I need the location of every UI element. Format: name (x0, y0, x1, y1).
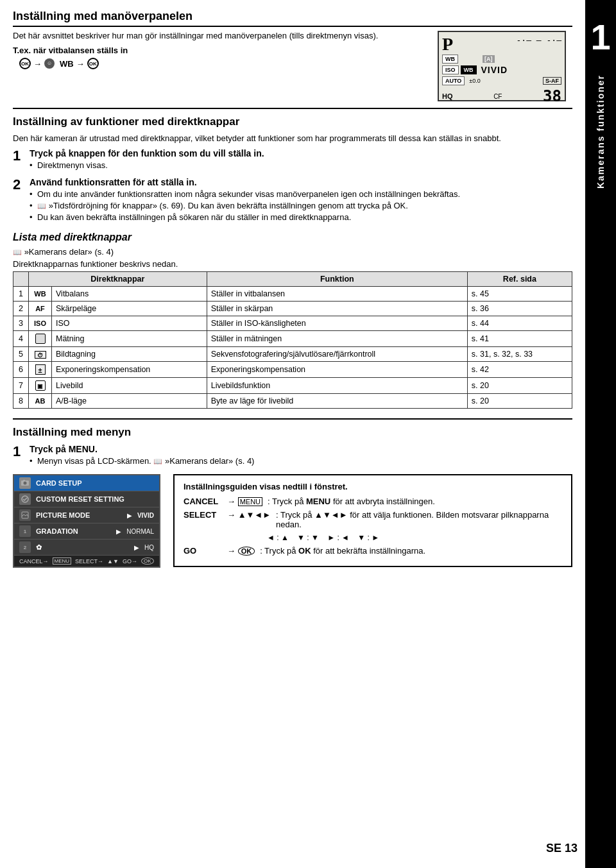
step2: 2 Använd funktionsratten för att ställa … (13, 177, 572, 224)
live-icon: ▣ (35, 380, 46, 391)
guide-arrow-mapping: ◄ : ▲ ▼ : ▼ ► : ◄ ▼ : ► (267, 533, 379, 542)
finger-icon: ☺ (44, 58, 55, 69)
cam-vivid: VIVID (481, 65, 508, 75)
menu-key-cancel: MENU (238, 497, 262, 506)
guide-label-select: SELECT (184, 510, 222, 520)
menu-step1-content: Tryck på MENU. Menyn visas på LCD-skärme… (30, 444, 572, 468)
menu-label-card-setup: CARD SETUP (36, 479, 154, 487)
table-cell-function: Sekvensfotografering/självutlösare/fjärr… (207, 347, 467, 362)
th-num (13, 272, 29, 287)
cam-mode: P (442, 35, 453, 53)
menu-bottom-bar: CANCEL→ MENU SELECT→ ▲▼ GO→ OK (14, 556, 159, 566)
menu-arrow-gradation: ▶ (116, 528, 121, 535)
step1-content: Tryck på knappen för den funktion som du… (30, 148, 572, 172)
cam-ia: [A] (483, 55, 495, 63)
camera-icon (21, 479, 30, 488)
menu-menu-btn: MENU (53, 557, 72, 565)
menu-step1-bullet1: Menyn visas på LCD-skärmen. 📖 »Kamerans … (30, 456, 572, 466)
table-cell-code: AB (29, 394, 52, 409)
table-cell-function: Exponeringskompensation (207, 362, 467, 378)
table-cell-name: Exponeringskompensation (52, 362, 207, 378)
table-cell-ref: s. 20 (467, 378, 572, 394)
wb-label: WB (60, 59, 74, 69)
guide-text-go: : Tryck på OK för att bekräfta inställni… (260, 546, 562, 556)
lista-desc: Direktknapparnas funktioner beskrivs ned… (13, 259, 572, 269)
menu-value-vivid: VIVID (137, 512, 154, 519)
menu-num-star: 2 (19, 541, 31, 553)
table-row: 3ISOISOStäller in ISO-känslighetens. 44 (13, 316, 572, 331)
menu-item-star: 2 ✿ ▶ HQ (14, 540, 159, 556)
lista-title: Lista med direktknappar (13, 232, 572, 243)
divider-1 (13, 108, 572, 109)
cam-wb-val: WB (461, 65, 477, 74)
main-content: Inställning med manöverpanelen Det här a… (0, 0, 585, 577)
table-cell-code: AF (29, 302, 52, 316)
step1-bullets: Direktmenyn visas. (30, 160, 572, 170)
table-cell-name: Skärpeläge (52, 302, 207, 316)
select-arrows: ▲▼◄► (238, 510, 271, 520)
section1-text: Det här avsnittet beskriver hur man gör … (13, 31, 425, 101)
ref-icon: 📖 (37, 202, 46, 210)
cam-saf: S-AF (543, 77, 561, 85)
camera-screen: P -·— — -·— WB [A] ISO (438, 31, 566, 101)
table-row: 6±ExponeringskompensationExponeringskomp… (13, 362, 572, 378)
page-number: SE 13 (546, 842, 578, 855)
menu-num-picture (19, 509, 31, 521)
menu-label-picture-mode: PICTURE MODE (36, 511, 122, 519)
table-cell-function: Ställer in skärpan (207, 302, 467, 316)
cam-exposure: -·— — -·— (517, 35, 561, 45)
cam-exposure-val: -·— — -·— (517, 35, 561, 45)
step2-bullet3: Du kan även bekräfta inställningen på sö… (30, 212, 572, 222)
camera-display: P -·— — -·— WB [A] ISO (438, 31, 572, 101)
menu-ok-btn: OK (141, 557, 154, 565)
menu-ref-icon: 📖 (153, 457, 162, 466)
table-cell-num: 6 (13, 362, 29, 378)
guide-label-cancel: CANCEL (184, 497, 222, 506)
menu-step1-title: Tryck på MENU. (30, 444, 572, 454)
menu-bottom-arrows: ▲▼ (107, 558, 119, 565)
lista-ref: 📖 »Kamerans delar» (s. 4) (13, 247, 572, 257)
custom-icon (21, 495, 30, 504)
table-cell-function: Ställer in mätningen (207, 331, 467, 347)
table-cell-ref: s. 45 (467, 287, 572, 302)
table-cell-name: Mätning (52, 331, 207, 347)
cam-iso-auto: AUTO (442, 76, 465, 85)
guide-title: Inställningsguiden visas nedtill i fönst… (184, 482, 562, 491)
table-row: 1WBVitbalansStäller in vitbalansens. 45 (13, 287, 572, 302)
menu-section: Inställning med menyn 1 Tryck på MENU. M… (13, 426, 572, 568)
table-row: 2AFSkärpelägeStäller in skärpans. 36 (13, 302, 572, 316)
guide-row-go: GO → OK : Tryck på OK för att bekräfta i… (184, 546, 562, 556)
table-cell-code: ⏱ (29, 347, 52, 362)
cam-cf: CF (493, 93, 502, 100)
section2-title: Inställning av funktioner med direktknap… (13, 115, 572, 128)
table-cell-code: WB (29, 287, 52, 302)
guide-arrow-cancel: → MENU (227, 497, 262, 506)
table-cell-code: ▣ (29, 378, 52, 394)
cam-iso-label: ISO (442, 65, 459, 74)
menu-screenshot: CARD SETUP CUSTOM RESET SETTING (13, 474, 160, 568)
menu-bottom-select: SELECT→ (75, 558, 103, 565)
cam-num: 38 (543, 87, 561, 105)
step2-bullet2: 📖 »Tidsfördröjning för knappar» (s. 69).… (30, 201, 572, 210)
step2-bullets: Om du inte använder funktionsratten inom… (30, 189, 572, 222)
step1-title: Tryck på knappen för den funktion som du… (30, 148, 572, 158)
guide-row-cancel: CANCEL → MENU : Tryck på MENU för att av… (184, 497, 562, 506)
menu-bottom-menu-icon: MENU (53, 557, 72, 565)
table-cell-num: 4 (13, 331, 29, 347)
table-cell-code: ± (29, 362, 52, 378)
table-cell-ref: s. 44 (467, 316, 572, 331)
divider-2 (13, 418, 572, 420)
menu-value-hq: HQ (144, 544, 154, 551)
table-row: 8ABA/B-lägeByte av läge för livebilds. 2… (13, 394, 572, 409)
guide-arrow-select: → ▲▼◄► (227, 510, 271, 520)
table-cell-function: Livebildsfunktion (207, 378, 467, 394)
section2-intro: Den här kameran är utrustad med direktkn… (13, 133, 572, 143)
menu-item-picture-mode: PICTURE MODE ▶ VIVID (14, 507, 159, 523)
picture-icon (21, 511, 30, 520)
table-cell-name: A/B-läge (52, 394, 207, 409)
step1: 1 Tryck på knappen för den funktion som … (13, 148, 572, 172)
section-direktknappar: Inställning av funktioner med direktknap… (13, 115, 572, 224)
sidebar: 1 Kamerans funktioner (585, 0, 616, 868)
menu-num-1 (19, 477, 31, 489)
guide-box: Inställningsguiden visas nedtill i fönst… (173, 474, 572, 567)
